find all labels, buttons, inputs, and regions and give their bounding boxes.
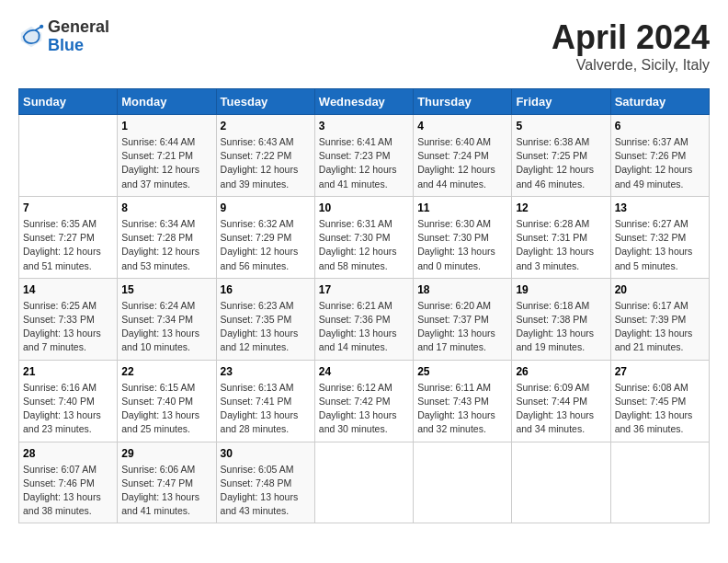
day-cell: 11Sunrise: 6:30 AM Sunset: 7:30 PM Dayli… [414,196,512,278]
day-number: 19 [516,283,606,296]
day-cell: 3Sunrise: 6:41 AM Sunset: 7:23 PM Daylig… [314,115,413,197]
day-info: Sunrise: 6:16 AM Sunset: 7:40 PM Dayligh… [23,381,113,437]
day-number: 29 [121,447,211,460]
day-info: Sunrise: 6:17 AM Sunset: 7:39 PM Dayligh… [615,299,705,355]
svg-point-1 [40,24,43,28]
day-cell [610,442,709,523]
day-cell [414,442,512,523]
day-number: 4 [417,120,507,132]
header-saturday: Saturday [610,89,709,115]
day-number: 20 [615,283,705,296]
day-info: Sunrise: 6:08 AM Sunset: 7:45 PM Dayligh… [615,381,705,437]
day-cell: 2Sunrise: 6:43 AM Sunset: 7:22 PM Daylig… [216,115,314,197]
day-info: Sunrise: 6:30 AM Sunset: 7:30 PM Dayligh… [417,217,507,273]
day-cell: 24Sunrise: 6:12 AM Sunset: 7:42 PM Dayli… [314,360,413,442]
day-cell: 4Sunrise: 6:40 AM Sunset: 7:24 PM Daylig… [414,115,512,197]
week-row-3: 14Sunrise: 6:25 AM Sunset: 7:33 PM Dayli… [19,278,710,360]
day-number: 25 [417,365,507,378]
day-number: 8 [121,201,211,214]
day-info: Sunrise: 6:35 AM Sunset: 7:27 PM Dayligh… [23,217,113,273]
day-number: 24 [319,365,409,378]
logo-text: General Blue [48,18,109,55]
day-number: 13 [615,201,705,214]
day-info: Sunrise: 6:28 AM Sunset: 7:31 PM Dayligh… [516,217,606,273]
day-number: 27 [615,365,705,378]
day-cell: 9Sunrise: 6:32 AM Sunset: 7:29 PM Daylig… [216,196,314,278]
day-info: Sunrise: 6:27 AM Sunset: 7:32 PM Dayligh… [615,217,705,273]
day-cell: 8Sunrise: 6:34 AM Sunset: 7:28 PM Daylig… [118,196,216,278]
day-cell: 20Sunrise: 6:17 AM Sunset: 7:39 PM Dayli… [610,278,709,360]
day-cell: 18Sunrise: 6:20 AM Sunset: 7:37 PM Dayli… [414,278,512,360]
day-number: 1 [121,120,211,132]
calendar-body: 1Sunrise: 6:44 AM Sunset: 7:21 PM Daylig… [19,115,710,523]
day-info: Sunrise: 6:23 AM Sunset: 7:35 PM Dayligh… [221,299,311,355]
day-info: Sunrise: 6:41 AM Sunset: 7:23 PM Dayligh… [319,135,409,191]
day-info: Sunrise: 6:05 AM Sunset: 7:48 PM Dayligh… [221,463,311,519]
day-info: Sunrise: 6:31 AM Sunset: 7:30 PM Dayligh… [319,217,409,273]
title-block: April 2024 Valverde, Sicily, Italy [552,18,710,74]
day-number: 21 [23,365,113,378]
day-info: Sunrise: 6:34 AM Sunset: 7:28 PM Dayligh… [121,217,211,273]
week-row-2: 7Sunrise: 6:35 AM Sunset: 7:27 PM Daylig… [19,196,710,278]
header-wednesday: Wednesday [314,89,413,115]
day-cell: 23Sunrise: 6:13 AM Sunset: 7:41 PM Dayli… [216,360,314,442]
day-cell: 21Sunrise: 6:16 AM Sunset: 7:40 PM Dayli… [19,360,118,442]
day-number: 15 [121,283,211,296]
day-cell: 28Sunrise: 6:07 AM Sunset: 7:46 PM Dayli… [19,442,118,523]
day-info: Sunrise: 6:13 AM Sunset: 7:41 PM Dayligh… [221,381,311,437]
day-info: Sunrise: 6:12 AM Sunset: 7:42 PM Dayligh… [319,381,409,437]
day-number: 23 [221,365,311,378]
day-number: 30 [221,447,311,460]
day-cell: 5Sunrise: 6:38 AM Sunset: 7:25 PM Daylig… [512,115,610,197]
header-tuesday: Tuesday [216,89,314,115]
day-cell: 13Sunrise: 6:27 AM Sunset: 7:32 PM Dayli… [610,196,709,278]
week-row-5: 28Sunrise: 6:07 AM Sunset: 7:46 PM Dayli… [19,442,710,523]
header-thursday: Thursday [414,89,512,115]
location: Valverde, Sicily, Italy [552,57,710,74]
day-info: Sunrise: 6:07 AM Sunset: 7:46 PM Dayligh… [23,463,113,519]
logo-blue-text: Blue [48,37,109,55]
header-friday: Friday [512,89,610,115]
day-number: 18 [417,283,507,296]
day-info: Sunrise: 6:18 AM Sunset: 7:38 PM Dayligh… [516,299,606,355]
day-info: Sunrise: 6:25 AM Sunset: 7:33 PM Dayligh… [23,299,113,355]
calendar-table: SundayMondayTuesdayWednesdayThursdayFrid… [18,88,710,523]
day-info: Sunrise: 6:38 AM Sunset: 7:25 PM Dayligh… [516,135,606,191]
day-cell: 7Sunrise: 6:35 AM Sunset: 7:27 PM Daylig… [19,196,118,278]
day-info: Sunrise: 6:43 AM Sunset: 7:22 PM Dayligh… [221,135,311,191]
day-info: Sunrise: 6:09 AM Sunset: 7:44 PM Dayligh… [516,381,606,437]
day-cell: 15Sunrise: 6:24 AM Sunset: 7:34 PM Dayli… [118,278,216,360]
day-number: 9 [221,201,311,214]
day-number: 11 [417,201,507,214]
day-number: 22 [121,365,211,378]
day-number: 2 [221,120,311,132]
logo-icon [18,24,44,50]
day-cell: 10Sunrise: 6:31 AM Sunset: 7:30 PM Dayli… [314,196,413,278]
page-header: General Blue April 2024 Valverde, Sicily… [18,18,710,74]
header-row: SundayMondayTuesdayWednesdayThursdayFrid… [19,89,710,115]
day-info: Sunrise: 6:40 AM Sunset: 7:24 PM Dayligh… [417,135,507,191]
day-number: 3 [319,120,409,132]
day-number: 28 [23,447,113,460]
day-number: 26 [516,365,606,378]
day-cell: 22Sunrise: 6:15 AM Sunset: 7:40 PM Dayli… [118,360,216,442]
day-cell [314,442,413,523]
day-cell: 16Sunrise: 6:23 AM Sunset: 7:35 PM Dayli… [216,278,314,360]
day-cell: 17Sunrise: 6:21 AM Sunset: 7:36 PM Dayli… [314,278,413,360]
week-row-1: 1Sunrise: 6:44 AM Sunset: 7:21 PM Daylig… [19,115,710,197]
day-cell: 12Sunrise: 6:28 AM Sunset: 7:31 PM Dayli… [512,196,610,278]
day-cell: 19Sunrise: 6:18 AM Sunset: 7:38 PM Dayli… [512,278,610,360]
day-number: 17 [319,283,409,296]
day-cell: 27Sunrise: 6:08 AM Sunset: 7:45 PM Dayli… [610,360,709,442]
day-cell: 26Sunrise: 6:09 AM Sunset: 7:44 PM Dayli… [512,360,610,442]
day-cell: 29Sunrise: 6:06 AM Sunset: 7:47 PM Dayli… [118,442,216,523]
day-info: Sunrise: 6:44 AM Sunset: 7:21 PM Dayligh… [121,135,211,191]
week-row-4: 21Sunrise: 6:16 AM Sunset: 7:40 PM Dayli… [19,360,710,442]
day-number: 7 [23,201,113,214]
day-number: 6 [615,120,705,132]
day-cell [19,115,118,197]
day-info: Sunrise: 6:06 AM Sunset: 7:47 PM Dayligh… [121,463,211,519]
day-info: Sunrise: 6:24 AM Sunset: 7:34 PM Dayligh… [121,299,211,355]
day-info: Sunrise: 6:20 AM Sunset: 7:37 PM Dayligh… [417,299,507,355]
day-info: Sunrise: 6:11 AM Sunset: 7:43 PM Dayligh… [417,381,507,437]
